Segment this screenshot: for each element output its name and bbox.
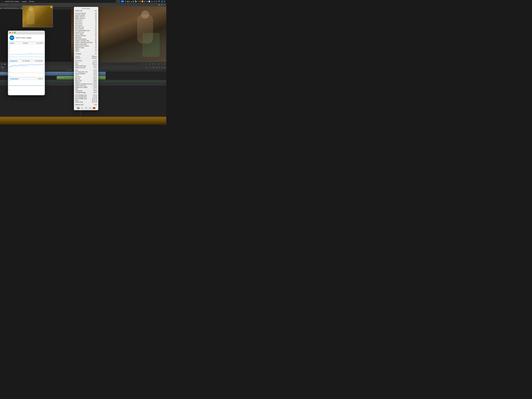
- toolbar-icon-2[interactable]: ↔: [3, 4, 5, 6]
- sensor-row-cpuhigh: CPU High (CPU, I/O)3.31 A: [74, 71, 98, 73]
- minimize-button[interactable]: [12, 32, 13, 33]
- clip-label-2: Multicam-Clip: [57, 77, 64, 78]
- ctrl-icon-3[interactable]: 🎧: [149, 63, 151, 65]
- sensor-row-pch: Platform Controller Hub50°: [74, 40, 98, 42]
- sensors-title: SENSOREN: [74, 7, 98, 10]
- gadget-header: intel Intel® Power Gadget: [8, 34, 45, 41]
- toolbar-icon-right-2[interactable]: ⊞: [161, 4, 162, 6]
- window-titlebar: [8, 31, 45, 34]
- tl-icon-5[interactable]: ⊡: [158, 66, 160, 68]
- gadget-title: Intel® Power Gadget: [16, 37, 32, 39]
- tl-icon-7[interactable]: ⊠: [164, 66, 165, 68]
- festplatte-label: Festplatte: [75, 53, 81, 55]
- window-menu[interactable]: Window: [29, 1, 35, 2]
- logging-menu[interactable]: Logging: [21, 1, 27, 2]
- sensor-row-rgpufb: Radeon GPU FB1.50 V: [74, 67, 98, 69]
- intel-logo: intel: [10, 35, 14, 40]
- sensor-row-batt2: Battery Sensor 229°: [74, 18, 98, 19]
- sensor-icon-4[interactable]: ⊠: [89, 107, 92, 109]
- sensor-row-rgpudiode: Radeon GPU Diode73°: [74, 43, 98, 45]
- screen: 4K 25p, Stereo ↓ ↔ ✓ ▦ ⊞ ⟺ 📹 Unterrichts…: [0, 3, 166, 117]
- sensor-row-memprox: Memory Proximity54°: [74, 35, 98, 37]
- tl-icon-1[interactable]: ⟵: [146, 66, 148, 68]
- ambient-label: Ambient Light: [75, 104, 83, 105]
- ctrl-icon-7[interactable]: ⊟: [161, 63, 162, 65]
- sensor-row-cpu1: CPU Core 176°: [74, 19, 98, 21]
- ctrl-icon-5[interactable]: ⊡: [155, 63, 157, 65]
- ruler-mark-6: | 00:39:00:00: [66, 70, 72, 71]
- frequency-chart: 3,0 2,0 1,0 0,0: [9, 62, 44, 77]
- sensor-row-cpupkgtotal: CPU Package Total15.74 W: [74, 98, 98, 100]
- apple-menu[interactable]: : [1, 0, 3, 2]
- expand-icon[interactable]: ⤢: [164, 59, 165, 61]
- sensor-row-cpu2: CPU Core 274°: [74, 21, 98, 23]
- sensor-row-other33: Other 3.3V0.08 A: [74, 80, 98, 81]
- temp-badge[interactable]: 76°: [121, 0, 124, 2]
- toolbar-icon-3[interactable]: ✓: [6, 4, 7, 6]
- tl-icon-4[interactable]: ⊞: [156, 66, 157, 68]
- sensor-row-charger: Charger (BMON)0.32 A: [74, 73, 98, 75]
- app-name[interactable]: Intel(R) Power Gadget: [4, 1, 19, 2]
- maximize-button[interactable]: [14, 32, 16, 33]
- sensor-row-pchpeci: Platform Controller Hub PECI56°: [74, 42, 98, 43]
- intel-text: intel: [10, 37, 13, 38]
- sensors-panel[interactable]: SENSOREN Aktives Set Aus Air Flow Proxim…: [74, 7, 98, 110]
- ctrl-icon-4[interactable]: ⊞: [152, 63, 154, 65]
- menubar-icons: ⚙ 🔒 ℹ ☁ 📷 📡 ✈ ⚡ 📶 🔊 🖥 🕐: [125, 0, 150, 2]
- video-title: Unterrichtsaufzeichnung: [3, 7, 19, 9]
- sensor-row-dcin-w: DC In49.87 W: [74, 100, 98, 101]
- close-button[interactable]: [9, 32, 11, 33]
- sensor-row-pbus: Pbus13.01 V: [74, 63, 98, 65]
- siri-icon[interactable]: 🌐: [161, 0, 163, 2]
- sensor-row-cpupkgcore: CPU Package Core3.48 W: [74, 94, 98, 96]
- sensor-row-rgpucore-v: Radeon GPU Core1.02 V: [74, 65, 98, 67]
- sensor-row-systemtotal: System Total50.78 W: [74, 101, 98, 103]
- ambient-value: 18 lx: [94, 104, 97, 105]
- sensor-row-rightfin: Right Fin Stack49°: [74, 47, 98, 49]
- power-label: Power: [10, 42, 14, 44]
- toolbar-icon-right-3[interactable]: ⟺: [163, 4, 165, 6]
- ctrl-icon-2[interactable]: ⟶: [145, 63, 147, 65]
- sensor-row-cpupkggpu: CPU Package GPU3.04 W: [74, 96, 98, 98]
- notification-icon[interactable]: ☰: [164, 0, 165, 2]
- tl-icon-3[interactable]: 🎧: [153, 66, 155, 68]
- sensor-icon-1[interactable]: ▦: [77, 107, 80, 109]
- sensors-active-set-header: Aktives Set Aus: [74, 10, 98, 12]
- sensor-row-ssdb: SSD B36°: [74, 50, 98, 52]
- ruler-mark-1: | 00:31:00:00: [1, 70, 7, 71]
- sensor-icon-5[interactable]: ●: [93, 107, 95, 109]
- tl-icon-6[interactable]: ⊡: [161, 66, 163, 68]
- sensor-row-thunderbolt: Thunderbolt0.00 A: [74, 90, 98, 92]
- sensor-row-rgpuprox: Radeon GPU Proximity70°: [74, 45, 98, 47]
- sensor-row-leftfin: Left Fin Stack60°: [74, 33, 98, 35]
- temperature-chart: 100 80 60 40: [9, 80, 44, 95]
- tl-icon-2[interactable]: ⟶: [149, 66, 151, 68]
- sensor-row-cpusysagent: CPU System Agent Core75°: [74, 30, 98, 32]
- toolbar-icon-right-1[interactable]: ▦: [158, 4, 160, 6]
- index-label: Index: [1, 67, 4, 68]
- menubar-right: 0.0KB/s0.3KB/s 76° ⚙ 🔒 ℹ ☁ 📷 📡 ✈ ⚡ 📶 🔊 🖥…: [116, 0, 165, 3]
- play-back-icon[interactable]: |◁: [1, 63, 3, 65]
- sensor-row-igpu: Intel GPU Core76°: [74, 32, 98, 33]
- sensor-icon-2[interactable]: 🌡: [81, 107, 84, 109]
- ctrl-icon-1[interactable]: ⟵: [141, 63, 143, 65]
- sensor-icon-3[interactable]: ⊡: [85, 107, 88, 109]
- active-set-value: Aus: [95, 10, 97, 12]
- sensor-row-ssda: SSD A37°: [74, 49, 98, 50]
- ctrl-icon-8[interactable]: ⊠: [164, 63, 165, 65]
- power-section-header: Power 15,59 W IA: 3,45 W: [9, 42, 44, 44]
- spotlight-icon[interactable]: 🔍: [158, 0, 160, 2]
- temp-label: Temperature: [10, 78, 19, 80]
- video-thumbnail[interactable]: [22, 6, 53, 27]
- sensor-row-palmrest: Palm Rest27°: [74, 37, 98, 38]
- toolbar-icon-1[interactable]: ↓: [1, 4, 2, 6]
- power-section: Power 15,59 W IA: 3,45 W 50 40 30 20 10 …: [9, 42, 44, 59]
- monitor-stand: [0, 117, 166, 125]
- sensor-row-igpu-a: Intel GPU1.82 A: [74, 76, 98, 78]
- sensor-row-cpupeci: CPU PECI Die76°: [74, 26, 98, 28]
- ctrl-icon-6[interactable]: ⊞: [158, 63, 159, 65]
- play-icon[interactable]: ▶: [5, 63, 6, 65]
- clock: Do. 19:19: [151, 1, 157, 2]
- sensors-divider-current: [75, 69, 97, 69]
- sensor-row-airflow: Air Flow Proximity39°: [74, 13, 98, 14]
